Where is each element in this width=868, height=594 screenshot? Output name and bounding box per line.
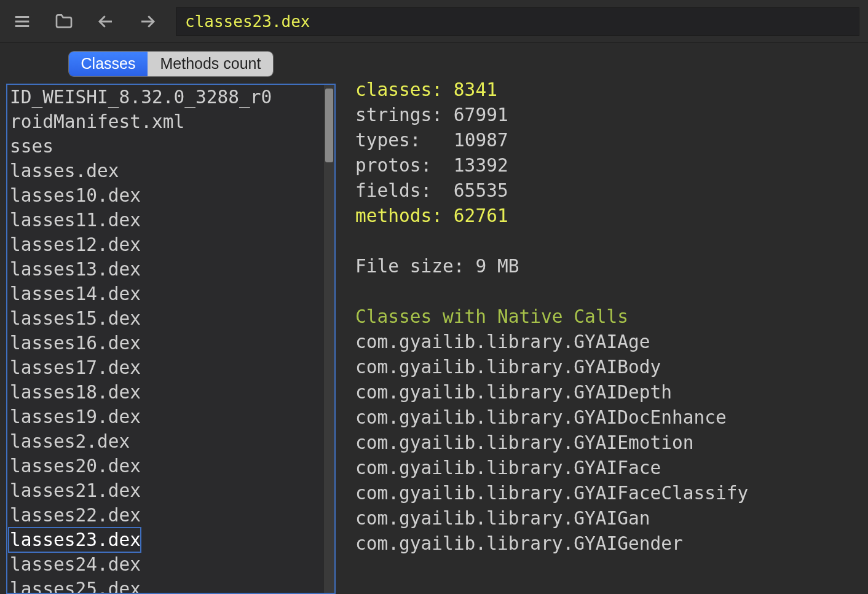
tree-item[interactable]: lasses23.dex	[9, 528, 141, 552]
arrow-left-icon[interactable]	[92, 8, 119, 35]
arrow-right-icon[interactable]	[134, 8, 161, 35]
tree-item[interactable]: lasses22.dex	[9, 503, 323, 528]
tree-item[interactable]: sses	[9, 134, 323, 159]
tree-item[interactable]: ID_WEISHI_8.32.0_3288_r0	[9, 85, 323, 109]
tree-item[interactable]: lasses16.dex	[9, 331, 323, 355]
stat-protos-label: protos:	[355, 155, 432, 176]
tree-item[interactable]: lasses2.dex	[9, 429, 323, 454]
stats-block: classes: 8341 strings: 67991 types: 1098…	[355, 77, 857, 556]
tab-bar: Classes Methods count	[6, 52, 336, 76]
menu-icon[interactable]	[9, 8, 36, 35]
tree-item[interactable]: lasses10.dex	[9, 183, 323, 208]
stat-filesize-value: 9 MB	[475, 256, 519, 277]
tab-classes[interactable]: Classes	[69, 52, 148, 76]
stat-types-label: types:	[355, 130, 421, 151]
stat-types-value: 10987	[454, 130, 508, 151]
stat-classes-value: 8341	[454, 79, 497, 100]
tab-methods-count[interactable]: Methods count	[148, 52, 273, 76]
tree-scrollthumb[interactable]	[325, 89, 333, 162]
tree-item[interactable]: lasses14.dex	[9, 282, 323, 306]
stat-fields-label: fields:	[355, 180, 432, 201]
stat-methods-value: 62761	[454, 205, 508, 226]
path-text: classes23.dex	[185, 12, 310, 31]
stat-methods-label: methods:	[355, 205, 443, 226]
folder-icon[interactable]	[50, 8, 77, 35]
left-panel: Classes Methods count ID_WEISHI_8.32.0_3…	[0, 43, 342, 594]
tree-item[interactable]: lasses.dex	[9, 159, 323, 183]
main: Classes Methods count ID_WEISHI_8.32.0_3…	[0, 43, 868, 594]
stat-strings-value: 67991	[454, 105, 508, 125]
tree-item[interactable]: lasses13.dex	[9, 257, 323, 282]
tree-item[interactable]: lasses17.dex	[9, 355, 323, 380]
stat-fields-value: 65535	[454, 180, 508, 201]
tree-item[interactable]: lasses11.dex	[9, 208, 323, 232]
tree-item[interactable]: lasses21.dex	[9, 478, 323, 503]
tree-item[interactable]: lasses19.dex	[9, 405, 323, 429]
tree-view: ID_WEISHI_8.32.0_3288_r0roidManifest.xml…	[6, 84, 336, 594]
tree-item[interactable]: lasses24.dex	[9, 552, 323, 577]
tree-scrollbar[interactable]	[323, 85, 334, 593]
native-calls-title: Classes with Native Calls	[355, 306, 628, 327]
details-panel: classes: 8341 strings: 67991 types: 1098…	[342, 43, 868, 594]
tree-item[interactable]: lasses20.dex	[9, 454, 323, 478]
stat-protos-value: 13392	[454, 155, 508, 176]
native-calls-list: com.gyailib.library.GYAIAge com.gyailib.…	[355, 331, 748, 554]
stat-filesize-label: File size:	[355, 256, 465, 277]
stat-classes-label: classes:	[355, 79, 443, 100]
stat-strings-label: strings:	[355, 105, 443, 125]
tree-item[interactable]: lasses25.dex	[9, 577, 323, 593]
tree-item[interactable]: roidManifest.xml	[9, 109, 323, 134]
toolbar: classes23.dex	[0, 0, 868, 43]
path-input[interactable]: classes23.dex	[176, 7, 859, 36]
tree-item[interactable]: lasses18.dex	[9, 380, 323, 405]
tree-item[interactable]: lasses15.dex	[9, 306, 323, 331]
tree-item[interactable]: lasses12.dex	[9, 232, 323, 257]
